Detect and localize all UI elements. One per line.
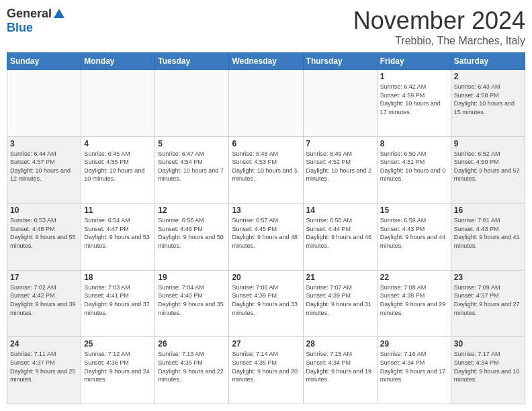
- location: Trebbio, The Marches, Italy: [353, 35, 525, 47]
- day-info: Sunrise: 7:01 AM Sunset: 4:43 PM Dayligh…: [454, 216, 522, 250]
- day-number: 13: [232, 205, 300, 215]
- calendar-cell: [81, 70, 155, 137]
- day-number: 25: [84, 339, 152, 349]
- calendar-cell: 14Sunrise: 6:58 AM Sunset: 4:44 PM Dayli…: [303, 203, 377, 271]
- calendar-cell: [229, 70, 303, 137]
- calendar-header-thursday: Thursday: [303, 53, 377, 70]
- day-number: 10: [10, 205, 78, 215]
- calendar-cell: 28Sunrise: 7:15 AM Sunset: 4:34 PM Dayli…: [303, 337, 377, 404]
- day-number: 14: [306, 205, 374, 215]
- calendar-cell: 2Sunrise: 6:43 AM Sunset: 4:58 PM Daylig…: [451, 70, 525, 137]
- day-info: Sunrise: 7:14 AM Sunset: 4:35 PM Dayligh…: [232, 350, 300, 383]
- day-info: Sunrise: 7:02 AM Sunset: 4:42 PM Dayligh…: [10, 283, 78, 317]
- day-info: Sunrise: 7:12 AM Sunset: 4:36 PM Dayligh…: [84, 350, 152, 383]
- day-number: 18: [84, 273, 152, 282]
- day-number: 26: [158, 339, 226, 349]
- day-info: Sunrise: 6:53 AM Sunset: 4:48 PM Dayligh…: [10, 216, 78, 250]
- day-info: Sunrise: 6:45 AM Sunset: 4:55 PM Dayligh…: [84, 150, 152, 183]
- day-info: Sunrise: 6:59 AM Sunset: 4:43 PM Dayligh…: [380, 216, 448, 250]
- day-info: Sunrise: 7:17 AM Sunset: 4:34 PM Dayligh…: [454, 350, 522, 383]
- day-number: 3: [10, 139, 78, 148]
- calendar-week-4: 24Sunrise: 7:11 AM Sunset: 4:37 PM Dayli…: [7, 337, 525, 404]
- calendar-cell: 21Sunrise: 7:07 AM Sunset: 4:39 PM Dayli…: [303, 270, 377, 337]
- day-number: 30: [454, 339, 522, 349]
- calendar-cell: 26Sunrise: 7:13 AM Sunset: 4:35 PM Dayli…: [155, 337, 229, 404]
- page: General Blue November 2024 Trebbio, The …: [0, 0, 532, 411]
- day-number: 5: [158, 139, 226, 148]
- day-number: 11: [84, 205, 152, 215]
- calendar-cell: 4Sunrise: 6:45 AM Sunset: 4:55 PM Daylig…: [81, 136, 155, 203]
- calendar-cell: 13Sunrise: 6:57 AM Sunset: 4:45 PM Dayli…: [229, 203, 303, 271]
- calendar-cell: 7Sunrise: 6:49 AM Sunset: 4:52 PM Daylig…: [303, 136, 377, 203]
- day-info: Sunrise: 7:08 AM Sunset: 4:38 PM Dayligh…: [380, 283, 448, 317]
- day-info: Sunrise: 7:04 AM Sunset: 4:40 PM Dayligh…: [158, 283, 226, 317]
- calendar-week-2: 10Sunrise: 6:53 AM Sunset: 4:48 PM Dayli…: [7, 203, 525, 271]
- calendar-cell: 1Sunrise: 6:42 AM Sunset: 4:59 PM Daylig…: [377, 70, 451, 137]
- day-info: Sunrise: 6:42 AM Sunset: 4:59 PM Dayligh…: [380, 83, 448, 116]
- calendar-cell: 15Sunrise: 6:59 AM Sunset: 4:43 PM Dayli…: [377, 203, 451, 271]
- day-number: 17: [10, 273, 78, 282]
- calendar-header-row: SundayMondayTuesdayWednesdayThursdayFrid…: [7, 53, 525, 70]
- day-info: Sunrise: 7:15 AM Sunset: 4:34 PM Dayligh…: [306, 350, 374, 383]
- calendar-cell: [155, 70, 229, 137]
- logo-general: General: [7, 7, 52, 21]
- month-title: November 2024: [353, 7, 525, 35]
- calendar-cell: 9Sunrise: 6:52 AM Sunset: 4:50 PM Daylig…: [451, 136, 525, 203]
- calendar-cell: 11Sunrise: 6:54 AM Sunset: 4:47 PM Dayli…: [81, 203, 155, 271]
- calendar-cell: 6Sunrise: 6:48 AM Sunset: 4:53 PM Daylig…: [229, 136, 303, 203]
- day-info: Sunrise: 6:56 AM Sunset: 4:46 PM Dayligh…: [158, 216, 226, 250]
- calendar-table: SundayMondayTuesdayWednesdayThursdayFrid…: [7, 52, 525, 404]
- day-number: 12: [158, 205, 226, 215]
- calendar-cell: 29Sunrise: 7:16 AM Sunset: 4:34 PM Dayli…: [377, 337, 451, 404]
- day-info: Sunrise: 7:13 AM Sunset: 4:35 PM Dayligh…: [158, 350, 226, 383]
- logo: General Blue: [7, 7, 66, 35]
- logo-icon: [52, 7, 66, 21]
- day-number: 19: [158, 273, 226, 282]
- day-number: 1: [380, 72, 448, 81]
- calendar-cell: [303, 70, 377, 137]
- calendar-header-sunday: Sunday: [7, 53, 81, 70]
- calendar-cell: 25Sunrise: 7:12 AM Sunset: 4:36 PM Dayli…: [81, 337, 155, 404]
- day-number: 16: [454, 205, 522, 215]
- day-info: Sunrise: 6:47 AM Sunset: 4:54 PM Dayligh…: [158, 150, 226, 183]
- calendar-cell: 17Sunrise: 7:02 AM Sunset: 4:42 PM Dayli…: [7, 270, 81, 337]
- calendar-cell: 10Sunrise: 6:53 AM Sunset: 4:48 PM Dayli…: [7, 203, 81, 271]
- day-info: Sunrise: 6:58 AM Sunset: 4:44 PM Dayligh…: [306, 216, 374, 250]
- day-number: 28: [306, 339, 374, 349]
- day-number: 9: [454, 139, 522, 148]
- day-info: Sunrise: 7:07 AM Sunset: 4:39 PM Dayligh…: [306, 283, 374, 317]
- calendar-cell: 23Sunrise: 7:09 AM Sunset: 4:37 PM Dayli…: [451, 270, 525, 337]
- calendar-header-saturday: Saturday: [451, 53, 525, 70]
- day-info: Sunrise: 6:48 AM Sunset: 4:53 PM Dayligh…: [232, 150, 300, 183]
- day-number: 24: [10, 339, 78, 349]
- calendar-header-wednesday: Wednesday: [229, 53, 303, 70]
- day-info: Sunrise: 7:16 AM Sunset: 4:34 PM Dayligh…: [380, 350, 448, 383]
- calendar-cell: 5Sunrise: 6:47 AM Sunset: 4:54 PM Daylig…: [155, 136, 229, 203]
- day-number: 8: [380, 139, 448, 148]
- calendar-week-3: 17Sunrise: 7:02 AM Sunset: 4:42 PM Dayli…: [7, 270, 525, 337]
- calendar-cell: [7, 70, 81, 137]
- day-number: 6: [232, 139, 300, 148]
- calendar-cell: 3Sunrise: 6:44 AM Sunset: 4:57 PM Daylig…: [7, 136, 81, 203]
- calendar-cell: 8Sunrise: 6:50 AM Sunset: 4:51 PM Daylig…: [377, 136, 451, 203]
- title-section: November 2024 Trebbio, The Marches, Ital…: [353, 7, 525, 47]
- calendar-cell: 22Sunrise: 7:08 AM Sunset: 4:38 PM Dayli…: [377, 270, 451, 337]
- day-number: 23: [454, 273, 522, 282]
- day-info: Sunrise: 6:49 AM Sunset: 4:52 PM Dayligh…: [306, 150, 374, 183]
- day-info: Sunrise: 6:57 AM Sunset: 4:45 PM Dayligh…: [232, 216, 300, 250]
- calendar-cell: 19Sunrise: 7:04 AM Sunset: 4:40 PM Dayli…: [155, 270, 229, 337]
- day-info: Sunrise: 7:03 AM Sunset: 4:41 PM Dayligh…: [84, 283, 152, 317]
- day-info: Sunrise: 7:11 AM Sunset: 4:37 PM Dayligh…: [10, 350, 78, 383]
- calendar-header-tuesday: Tuesday: [155, 53, 229, 70]
- day-number: 22: [380, 273, 448, 282]
- day-number: 7: [306, 139, 374, 148]
- header: General Blue November 2024 Trebbio, The …: [7, 7, 525, 47]
- logo-blue-text: Blue: [7, 21, 33, 35]
- day-info: Sunrise: 6:54 AM Sunset: 4:47 PM Dayligh…: [84, 216, 152, 250]
- calendar-week-1: 3Sunrise: 6:44 AM Sunset: 4:57 PM Daylig…: [7, 136, 525, 203]
- day-info: Sunrise: 7:06 AM Sunset: 4:39 PM Dayligh…: [232, 283, 300, 317]
- logo-blue: Blue: [7, 21, 33, 34]
- calendar-header-monday: Monday: [81, 53, 155, 70]
- day-number: 4: [84, 139, 152, 148]
- calendar-cell: 16Sunrise: 7:01 AM Sunset: 4:43 PM Dayli…: [451, 203, 525, 271]
